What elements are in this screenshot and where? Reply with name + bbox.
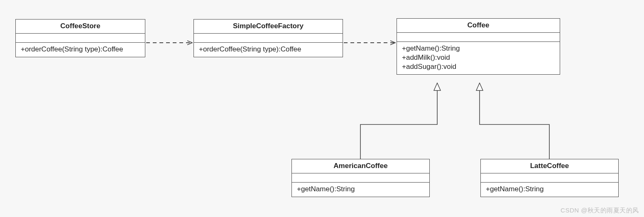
- class-name: LatteCoffee: [481, 159, 618, 173]
- class-operations: +getName():String: [292, 183, 429, 197]
- operation: +getName():String: [486, 185, 613, 193]
- class-attributes: [397, 33, 560, 42]
- class-name: AmericanCoffee: [292, 159, 429, 173]
- class-name: CoffeeStore: [16, 20, 145, 34]
- operation: +orderCoffee(String type):Coffee: [21, 45, 140, 54]
- class-operations: +orderCoffee(String type):Coffee: [194, 43, 343, 57]
- class-operations: +getName():String +addMilk():void +addSu…: [397, 42, 560, 74]
- generalization-arrow: [360, 83, 437, 159]
- class-simple-coffee-factory: SimpleCoffeeFactory +orderCoffee(String …: [193, 19, 343, 57]
- class-operations: +getName():String: [481, 183, 618, 197]
- operation: +getName():String: [402, 44, 555, 53]
- class-operations: +orderCoffee(String type):Coffee: [16, 43, 145, 57]
- class-attributes: [16, 34, 145, 43]
- operation: +addMilk():void: [402, 54, 555, 62]
- class-american-coffee: AmericanCoffee +getName():String: [291, 159, 430, 197]
- operation: +orderCoffee(String type):Coffee: [199, 45, 338, 54]
- operation: +addSugar():void: [402, 63, 555, 71]
- class-attributes: [292, 173, 429, 183]
- class-attributes: [481, 173, 618, 183]
- class-attributes: [194, 34, 343, 43]
- generalization-arrow: [480, 83, 549, 159]
- watermark: CSDN @秋天的雨夏天的风: [561, 207, 639, 215]
- class-coffee-store: CoffeeStore +orderCoffee(String type):Co…: [15, 19, 145, 57]
- class-name: Coffee: [397, 19, 560, 33]
- class-name: SimpleCoffeeFactory: [194, 20, 343, 34]
- class-latte-coffee: LatteCoffee +getName():String: [480, 159, 619, 197]
- class-coffee: Coffee +getName():String +addMilk():void…: [397, 18, 560, 75]
- operation: +getName():String: [297, 185, 424, 193]
